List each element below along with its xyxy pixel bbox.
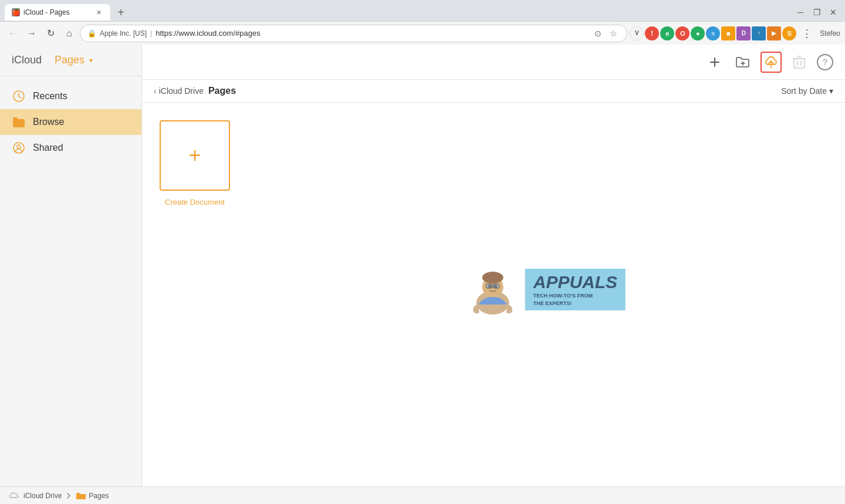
folder-icon <box>12 115 26 129</box>
icloud-logo: iCloud <box>12 54 42 66</box>
username-label: Stefeo <box>820 29 840 38</box>
new-folder-button[interactable] <box>732 52 753 73</box>
ext-icon-9[interactable]: ↑ <box>752 26 766 40</box>
minimize-button[interactable]: ─ <box>793 5 807 19</box>
create-document-label: Create Document <box>165 198 225 207</box>
watermark-tagline: TECH HOW-TO'S FROMTHE EXPERTS! <box>533 292 617 307</box>
svg-line-2 <box>19 97 21 99</box>
status-folder-text: Pages <box>89 492 109 500</box>
ext-icon-1[interactable]: V <box>630 26 644 40</box>
recents-label: Recents <box>33 91 67 102</box>
breadcrumb-bar: ‹ iCloud Drive Pages Sort by Date ▾ <box>142 80 845 103</box>
main-content: ? ‹ iCloud Drive Pages Sort by Date ▾ + <box>142 45 845 486</box>
create-document-box: + <box>160 120 230 191</box>
sort-caret: ▾ <box>829 86 833 96</box>
svg-rect-20 <box>486 284 492 288</box>
url-text[interactable]: https://www.icloud.com/#pages <box>156 29 588 38</box>
ext-icon-3[interactable]: e <box>660 26 674 40</box>
create-document-button[interactable]: + Create Document <box>160 120 230 207</box>
status-cloud-text: iCloud Drive <box>23 492 62 500</box>
help-label: ? <box>823 57 827 67</box>
lock-icon: 🔒 <box>87 29 96 38</box>
app-name-label: Pages <box>55 54 84 66</box>
sidebar-item-recents[interactable]: Recents <box>0 83 141 109</box>
ext-icon-4[interactable]: O <box>675 26 689 40</box>
create-plus-icon: + <box>188 145 201 166</box>
ext-icon-7[interactable]: ■ <box>721 26 735 40</box>
ext-icon-10[interactable]: ▶ <box>767 26 781 40</box>
nav-bar: ← → ↻ ⌂ 🔒 Apple Inc. [US] | https://www.… <box>0 21 845 45</box>
extension-icons: V ! e O ● ≡ ■ D ↑ ▶ S <box>630 26 796 40</box>
browser-chrome: 🍎 iCloud - Pages ✕ + ─ ❐ ✕ ← → ↻ ⌂ 🔒 App… <box>0 0 845 45</box>
app-dropdown-caret[interactable]: ▾ <box>89 56 93 65</box>
ext-icon-8[interactable]: D <box>736 26 751 40</box>
status-cloud-icon <box>9 492 19 500</box>
back-arrow-icon: ‹ <box>154 86 157 96</box>
ext-icon-user[interactable]: S <box>782 26 796 40</box>
watermark: APPUALS TECH HOW-TO'S FROMTHE EXPERTS! <box>461 265 626 314</box>
breadcrumb-parent[interactable]: iCloud Drive <box>159 86 204 96</box>
active-tab[interactable]: 🍎 iCloud - Pages ✕ <box>5 4 110 21</box>
sidebar-item-shared[interactable]: Shared <box>0 135 141 161</box>
sidebar: iCloud Pages ▾ Recents <box>0 45 142 486</box>
svg-rect-10 <box>794 59 805 68</box>
app-header: iCloud Pages ▾ <box>0 45 141 76</box>
site-info: Apple Inc. [US] <box>100 29 147 38</box>
back-button[interactable]: ← <box>5 25 21 42</box>
documents-area: + Create Document <box>142 103 845 486</box>
sort-button[interactable]: Sort by Date ▾ <box>781 86 833 96</box>
status-chevron-icon <box>66 492 71 499</box>
svg-point-19 <box>494 285 498 288</box>
toolbar: ? <box>142 45 845 80</box>
address-icons: ⊙ ☆ <box>592 27 620 40</box>
reader-icon[interactable]: ⊙ <box>592 27 604 40</box>
nav-items: Recents Browse Shared <box>0 76 141 168</box>
svg-point-15 <box>476 291 509 314</box>
bookmark-icon[interactable]: ☆ <box>607 27 620 40</box>
separator: | <box>150 29 152 38</box>
help-button[interactable]: ? <box>817 54 833 70</box>
breadcrumb-back-link[interactable]: ‹ iCloud Drive <box>154 86 204 96</box>
restore-button[interactable]: ❐ <box>810 5 824 19</box>
close-button[interactable]: ✕ <box>826 5 840 19</box>
upload-button[interactable] <box>760 52 782 73</box>
delete-button[interactable] <box>789 52 810 73</box>
tab-bar: 🍎 iCloud - Pages ✕ + <box>5 4 789 21</box>
svg-point-4 <box>17 145 21 148</box>
status-folder: Pages <box>76 492 109 500</box>
forward-button[interactable]: → <box>23 25 40 42</box>
home-button[interactable]: ⌂ <box>61 25 77 42</box>
title-bar: 🍎 iCloud - Pages ✕ + ─ ❐ ✕ <box>0 0 845 21</box>
sort-label: Sort by Date <box>781 86 827 96</box>
tab-close-button[interactable]: ✕ <box>94 8 103 17</box>
breadcrumb: ‹ iCloud Drive Pages <box>154 86 236 96</box>
person-circle-icon <box>12 141 26 155</box>
app-container: iCloud Pages ▾ Recents <box>0 45 845 486</box>
address-bar[interactable]: 🔒 Apple Inc. [US] | https://www.icloud.c… <box>80 25 627 42</box>
svg-point-16 <box>482 276 503 297</box>
window-controls: ─ ❐ ✕ <box>793 5 840 19</box>
watermark-brand: APPUALS <box>533 272 617 292</box>
breadcrumb-current-label: Pages <box>208 86 236 96</box>
shared-label: Shared <box>33 143 63 153</box>
status-folder-icon <box>76 492 86 500</box>
new-document-button[interactable] <box>704 52 725 73</box>
tab-favicon: 🍎 <box>12 8 20 16</box>
sidebar-item-browse[interactable]: Browse <box>0 109 141 135</box>
status-bar: iCloud Drive Pages <box>0 486 845 504</box>
browse-label: Browse <box>33 117 64 127</box>
svg-point-17 <box>482 272 503 283</box>
svg-rect-21 <box>494 284 499 288</box>
ext-icon-5[interactable]: ● <box>691 26 705 40</box>
clock-icon <box>12 89 26 103</box>
tab-title: iCloud - Pages <box>23 8 90 16</box>
svg-point-18 <box>488 285 492 288</box>
new-tab-button[interactable]: + <box>113 4 129 21</box>
refresh-button[interactable]: ↻ <box>42 25 59 42</box>
ext-icon-6[interactable]: ≡ <box>706 26 720 40</box>
menu-button[interactable]: ⋮ <box>799 25 815 42</box>
ext-icon-2[interactable]: ! <box>645 26 659 40</box>
